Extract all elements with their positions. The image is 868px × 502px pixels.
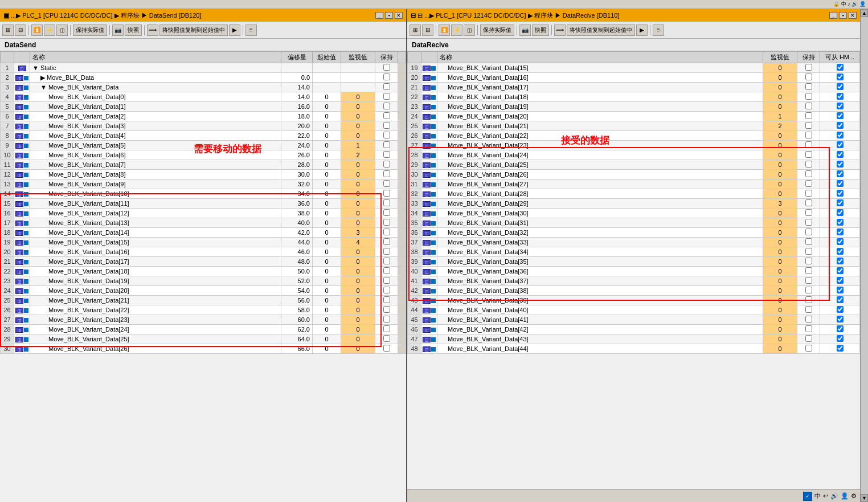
row-keep-cell[interactable]	[375, 112, 398, 121]
right-row-hm-cell[interactable]	[820, 131, 860, 141]
row-keep-cell[interactable]	[375, 247, 398, 257]
right-row-keep-cell[interactable]	[797, 296, 820, 305]
right-row-keep-cell[interactable]	[797, 189, 820, 199]
right-row-hm-cell[interactable]	[820, 305, 860, 315]
right-keep-checkbox[interactable]	[805, 190, 812, 197]
keep-checkbox[interactable]	[383, 277, 390, 284]
right-keep-checkbox[interactable]	[805, 238, 812, 245]
keep-checkbox[interactable]	[383, 64, 390, 71]
row-keep-cell[interactable]	[375, 73, 398, 83]
left-table-row[interactable]: 8◫Move_BLK_Variant_Data[4]22.000	[1, 131, 406, 141]
right-table-row[interactable]: 35◫Move_BLK_Variant_Data[31]0	[408, 218, 860, 228]
right-row-keep-cell[interactable]	[797, 344, 820, 354]
right-keep-checkbox[interactable]	[805, 219, 812, 226]
row-keep-cell[interactable]	[375, 305, 398, 315]
right-keep-checkbox[interactable]	[805, 277, 812, 284]
right-keep-checkbox[interactable]	[805, 151, 812, 158]
left-table-row[interactable]: 11◫Move_BLK_Variant_Data[7]28.000	[1, 160, 406, 170]
keep-checkbox[interactable]	[383, 199, 390, 206]
right-hm-checkbox[interactable]	[837, 248, 844, 255]
keep-checkbox[interactable]	[383, 112, 390, 119]
right-row-hm-cell[interactable]	[820, 267, 860, 276]
left-table-row[interactable]: 2◫▶ Move_BLK_Data0.0	[1, 73, 406, 83]
right-table-row[interactable]: 32◫Move_BLK_Variant_Data[28]0	[408, 189, 860, 199]
right-row-hm-cell[interactable]	[820, 121, 860, 131]
right-hm-checkbox[interactable]	[837, 219, 844, 226]
right-hm-checkbox[interactable]	[837, 190, 844, 197]
minimize-button-left[interactable]: _	[375, 12, 383, 19]
right-table-row[interactable]: 28◫Move_BLK_Variant_Data[24]0	[408, 150, 860, 160]
snapshot-icon-btn-right[interactable]: 📷	[519, 25, 531, 36]
right-table-row[interactable]: 41◫Move_BLK_Variant_Data[37]0	[408, 276, 860, 286]
right-hm-checkbox[interactable]	[837, 287, 844, 293]
right-keep-checkbox[interactable]	[805, 296, 812, 303]
left-table-row[interactable]: 3◫▼ Move_BLK_Variant_Data14.0	[1, 83, 406, 92]
right-row-hm-cell[interactable]	[820, 276, 860, 286]
row-keep-cell[interactable]	[375, 141, 398, 150]
right-row-hm-cell[interactable]	[820, 179, 860, 189]
keep-checkbox[interactable]	[383, 306, 390, 313]
toolbar-btn-3[interactable]: ⏫	[31, 25, 43, 36]
right-row-keep-cell[interactable]	[797, 170, 820, 179]
right-keep-checkbox[interactable]	[805, 170, 812, 177]
toolbar-btn-5[interactable]: ◫	[56, 25, 68, 36]
left-table-row[interactable]: 5◫Move_BLK_Variant_Data[1]16.000	[1, 102, 406, 112]
row-keep-cell[interactable]	[375, 228, 398, 238]
keep-checkbox[interactable]	[383, 141, 390, 148]
keep-checkbox[interactable]	[383, 83, 390, 90]
right-keep-checkbox[interactable]	[805, 141, 812, 148]
right-keep-checkbox[interactable]	[805, 335, 812, 342]
left-table-row[interactable]: 13◫Move_BLK_Variant_Data[9]32.000	[1, 179, 406, 189]
right-row-keep-cell[interactable]	[797, 267, 820, 276]
left-table-row[interactable]: 15◫Move_BLK_Variant_Data[11]36.000	[1, 199, 406, 209]
row-keep-cell[interactable]	[375, 131, 398, 141]
keep-checkbox[interactable]	[383, 316, 390, 323]
right-table-row[interactable]: 23◫Move_BLK_Variant_Data[19]0	[408, 102, 860, 112]
right-row-keep-cell[interactable]	[797, 121, 820, 131]
row-keep-cell[interactable]	[375, 102, 398, 112]
right-keep-checkbox[interactable]	[805, 306, 812, 313]
right-table-row[interactable]: 34◫Move_BLK_Variant_Data[30]0	[408, 209, 860, 218]
row-keep-cell[interactable]	[375, 344, 398, 354]
row-keep-cell[interactable]	[375, 334, 398, 344]
right-row-hm-cell[interactable]	[820, 344, 860, 354]
left-table-row[interactable]: 14◫Move_BLK_Variant_Data[10]34.000	[1, 189, 406, 199]
keep-checkbox[interactable]	[383, 248, 390, 255]
left-table-row[interactable]: 9◫Move_BLK_Variant_Data[5]24.001	[1, 141, 406, 150]
right-row-keep-cell[interactable]	[797, 218, 820, 228]
right-row-keep-cell[interactable]	[797, 276, 820, 286]
left-table-row[interactable]: 29◫Move_BLK_Variant_Data[25]64.000	[1, 334, 406, 344]
right-hm-checkbox[interactable]	[837, 103, 844, 109]
keep-checkbox[interactable]	[383, 209, 390, 216]
row-keep-cell[interactable]	[375, 276, 398, 286]
right-row-keep-cell[interactable]	[797, 305, 820, 315]
row-keep-cell[interactable]	[375, 286, 398, 296]
right-hm-checkbox[interactable]	[837, 199, 844, 206]
right-row-keep-cell[interactable]	[797, 257, 820, 267]
right-keep-checkbox[interactable]	[805, 345, 812, 352]
row-keep-cell[interactable]	[375, 189, 398, 199]
right-table-row[interactable]: 19◫Move_BLK_Variant_Data[15]0	[408, 63, 860, 73]
keep-checkbox[interactable]	[383, 190, 390, 197]
close-button-right[interactable]: ✕	[849, 12, 857, 19]
right-keep-checkbox[interactable]	[805, 267, 812, 274]
keep-checkbox[interactable]	[383, 238, 390, 245]
right-keep-checkbox[interactable]	[805, 199, 812, 206]
right-table-row[interactable]: 20◫Move_BLK_Variant_Data[16]0	[408, 73, 860, 83]
left-table-row[interactable]: 24◫Move_BLK_Variant_Data[20]54.000	[1, 286, 406, 296]
right-row-keep-cell[interactable]	[797, 160, 820, 170]
left-table-row[interactable]: 20◫Move_BLK_Variant_Data[16]46.000	[1, 247, 406, 257]
right-row-keep-cell[interactable]	[797, 150, 820, 160]
right-hm-checkbox[interactable]	[837, 325, 844, 332]
right-keep-checkbox[interactable]	[805, 258, 812, 264]
scroll-down-btn[interactable]: ▼	[861, 494, 868, 502]
right-table-row[interactable]: 31◫Move_BLK_Variant_Data[27]0	[408, 179, 860, 189]
right-hm-checkbox[interactable]	[837, 296, 844, 303]
left-table-row[interactable]: 12◫Move_BLK_Variant_Data[8]30.000	[1, 170, 406, 179]
right-row-hm-cell[interactable]	[820, 150, 860, 160]
right-table-row[interactable]: 43◫Move_BLK_Variant_Data[39]0	[408, 296, 860, 305]
maximize-button-right[interactable]: ▪	[839, 12, 847, 19]
toolbar-btn-2[interactable]: ⊟	[15, 25, 26, 36]
right-table-row[interactable]: 21◫Move_BLK_Variant_Data[17]0	[408, 83, 860, 92]
left-table-row[interactable]: 30◫Move_BLK_Variant_Data[26]66.000	[1, 344, 406, 354]
